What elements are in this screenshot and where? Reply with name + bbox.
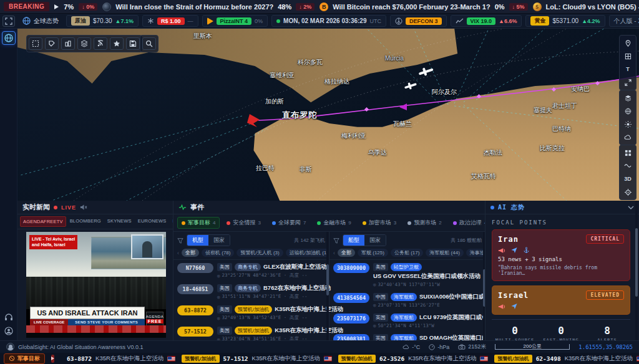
vix-ticker[interactable]: VIX 19.0 ▲6.6% [451,15,522,27]
focal-card-israel[interactable]: Israel ELEVATED [492,285,630,315]
ticker-item[interactable]: 预警机/加油机 62-3526 K35R在东地中海上空活动 [338,355,489,363]
map-label-city: 加的斯 [265,97,284,106]
3d-mode-button[interactable]: 3D [622,173,634,184]
vessel-row[interactable]: 413854564 中国海军舰船SUIXIA006位中国港口或领水活动 ◎23°… [329,290,485,310]
focal-card-iran[interactable]: Iran CRITICAL 53 news + 3 signals "Bahra… [492,229,630,281]
sun-icon[interactable] [622,118,634,130]
market-item-lol[interactable]: $ LoL: Cloud9 vs LYON (BO5) - LCS Lock I… [533,2,639,11]
temperature-readout: -°C [402,344,420,350]
ticker-item[interactable]: 预警机/加油机 57-1512 K35R在东地中海上空活动 [182,355,332,363]
gold-ticker[interactable]: 黄金 $5371.00 ▲4.2% [525,15,605,27]
chevron-left-icon[interactable]: ‹ [333,250,335,256]
chip-all[interactable]: 全部 [338,249,355,257]
defcon-indicator[interactable]: DEFCON 3 [390,15,447,27]
chip-warship[interactable]: 军舰 (125) [358,249,388,257]
toggle-by-country[interactable]: 国家 [364,235,386,246]
vix-badge: VIX 19.0 [467,17,496,25]
sidebar-item-global-view[interactable] [2,31,16,45]
tab-security-intel[interactable]: 安全情报3 [222,217,265,229]
locate-target-button[interactable] [622,186,634,198]
frame-capture-button[interactable] [2,16,15,27]
tab-agendafreetv[interactable]: AGENDAFREETV [20,216,66,227]
avatar[interactable] [6,343,14,351]
currency-ticker[interactable]: R$ 1.00 — [142,15,198,27]
tab-skynews[interactable]: SKYNEWS [105,216,134,227]
mute-icon[interactable] [80,204,87,211]
live-video-player[interactable]: LIVE - Tel Aviv, Israel and Haifa, Israe… [26,232,166,338]
layers-button[interactable] [77,37,91,50]
map-label-city: 安纳巴 [571,85,590,93]
tab-prediction-markets[interactable]: 预测市场2 [403,217,446,229]
tab-politics[interactable]: 政治治理4 [449,217,485,229]
pin-button[interactable] [622,37,634,49]
toggle-by-ship-type[interactable]: 船型 [343,235,364,246]
rss-button[interactable] [94,37,107,50]
tag-button[interactable] [45,37,59,50]
save-button[interactable] [126,37,140,50]
ticker-category-badge[interactable]: 军事目标 [4,353,45,364]
chip-transport-tanker[interactable]: 运输机/加油机 (11) [286,249,329,257]
chip-recon[interactable]: 侦察机 (78) [202,249,234,257]
tab-bloomberg[interactable]: BLOOMBERG [67,216,104,227]
toggle-by-country[interactable]: 国家 [208,235,230,246]
channel-logo: AGENDA FREE [146,312,163,327]
measure-button[interactable] [622,50,634,62]
ticker-play-button[interactable] [51,355,54,363]
chip-all[interactable]: 全部 [182,249,199,257]
events-panel-title: 事件 [190,203,204,212]
star-button[interactable] [110,37,124,50]
aircraft-row[interactable]: 18-46851 美国商务专机B762在东地中海上空活动 ◎31°51'11"N… [173,281,329,302]
map-label-city: 梅利利亚 [341,132,366,140]
filter-icon[interactable] [333,237,339,244]
market-item-bitcoin[interactable]: B Will Bitcoin reach $76,000 February 23… [320,2,527,11]
wave-icon[interactable] [622,160,634,171]
chip-navy-ship[interactable]: 海军舰船 (44) [426,249,463,257]
gauge-icon [429,344,435,350]
ticker-item[interactable]: 63-8872 K35R在东地中海上空活动 [67,355,175,363]
world-map[interactable]: 里斯本 科尔多瓦 Murcia 塞维利亚 格拉纳达 加的斯 直布罗陀 瓦赫兰 阿… [17,29,639,201]
tab-military-targets[interactable]: 军事目标4 [177,217,220,229]
globe-mode-icon[interactable] [622,105,634,117]
toggle-by-type[interactable]: 机型 [187,235,208,246]
search-icon[interactable] [142,37,156,50]
tab-crypto-markets[interactable]: 加密市场3 [358,217,401,229]
top-toolbar: 全球态势 原油 $70.30 ▲7.1% R$ 1.00 — PizzaINT … [0,14,639,29]
chip-gov-vessel[interactable]: 公务船 (17) [391,249,423,257]
aircraft-row[interactable]: 57-1512 美国预警机/加油机K35R在东地中海上空活动 ◎33°23'04… [173,323,329,340]
clock-chip[interactable]: MON, 02 MAR 2026 03:36:29 UTC [271,15,386,27]
chevron-down-icon[interactable] [628,206,634,209]
filter-icon[interactable] [177,237,183,244]
vessel-row[interactable]: 235073176 英国海军舰船LCU 9739位英国港口或领水活动 ◎50°2… [329,310,485,331]
tab-euronews[interactable]: EURONEWS [135,216,169,227]
aircraft-row[interactable]: 63-8872 美国预警机/加油机K35R在东地中海上空活动 ◎32°49'13… [173,302,329,323]
vessel-row[interactable]: 235008381 英国海军舰船SD OMAGH位英国港口或领水活动 ◎51°5… [329,331,485,340]
weather-icon[interactable] [622,132,634,143]
pizzaint-ticker[interactable]: PizzaINT 4 0% [202,15,268,27]
plan-chip[interactable]: 个人版 - 26天 [609,15,639,27]
live-dot [54,206,57,209]
ticker-item[interactable]: 预警机/加油机 62-3498 K35R在东地中海上空活动 [494,355,639,363]
map-label-city: 君士坦丁 [552,102,577,110]
expand-button[interactable] [622,77,634,88]
select-area-button[interactable] [29,37,42,50]
text-tool-button[interactable]: T [622,64,634,75]
alert-ticker: 军事目标 63-8872 K35R在东地中海上空活动 预警机/加油机 57-15… [0,353,639,364]
oil-ticker[interactable]: 原油 $70.30 ▲7.1% [66,15,139,27]
basemap-icon[interactable] [622,92,634,103]
play-icon[interactable] [54,4,59,9]
aircraft-row[interactable]: N77660 美国商务专机GLEX在波斯湾上空活动 ◎23°25'27"N 48… [173,260,329,281]
chevron-left-icon[interactable]: ‹ [177,250,179,256]
megaphone-icon [498,304,505,310]
headset-icon[interactable] [4,313,13,322]
ai-scrollbar[interactable] [635,201,638,340]
tab-financial-markets[interactable]: 金融市场9 [313,217,355,229]
market-item-hormuz[interactable]: Will Iran close the Strait of Hormuz bef… [102,2,315,11]
chip-awacs-uav[interactable]: 预警机/无人机 (3) [237,249,283,257]
city-layer-button[interactable] [61,37,75,50]
view-selector[interactable]: 全球态势 [19,17,62,26]
grid-apps-icon[interactable] [622,147,634,158]
vessel-row[interactable]: 303809000 美国轻型护卫舰 US GOV VESSEL位美国港口或领水活… [329,260,485,290]
tab-global-news[interactable]: 全球要闻7 [268,217,310,229]
user-icon[interactable] [4,327,13,335]
aircraft-scrollbar[interactable] [326,232,329,340]
